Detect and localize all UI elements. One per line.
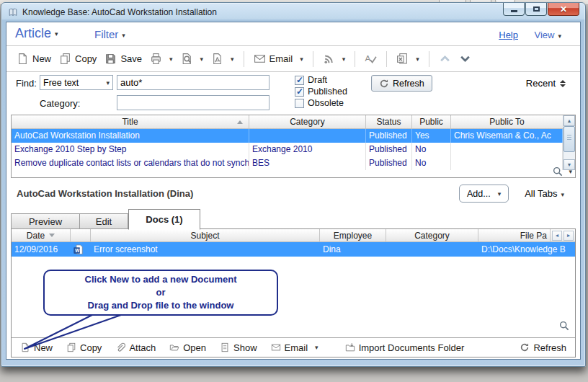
obsolete-checkbox[interactable]: Obsolete	[295, 97, 347, 109]
tab-preview[interactable]: Preview	[11, 213, 79, 229]
show-button[interactable]: Show	[218, 341, 259, 355]
maximize-button[interactable]	[525, 3, 547, 16]
toolbar-separator	[386, 51, 387, 67]
copy-icon	[66, 342, 76, 352]
docs-grid-header: Date Subject Employee Category File Pa ◂…	[12, 229, 575, 242]
column-header-doc-category[interactable]: Category	[386, 229, 478, 241]
word-document-icon	[71, 244, 91, 255]
draft-checkbox[interactable]: Draft	[295, 74, 347, 86]
column-header-public[interactable]: Public	[412, 115, 451, 128]
chevron-down-icon	[315, 344, 318, 351]
titlebar[interactable]: Knowledge Base: AutoCad Workstation Inst…	[1, 3, 585, 21]
import-documents-folder-button[interactable]: Import Documents Folder	[344, 341, 466, 355]
scroll-left-icon[interactable]: ◂	[552, 231, 562, 241]
column-header-status[interactable]: Status	[366, 115, 412, 128]
import-folder-icon	[345, 342, 355, 352]
refresh-button[interactable]: Refresh	[371, 75, 432, 92]
scroll-right-icon[interactable]: ▸	[564, 231, 574, 241]
recent-sort-control[interactable]: Recent	[526, 78, 566, 89]
close-button[interactable]: ✕	[548, 3, 579, 16]
new-article-button[interactable]: New	[15, 51, 53, 66]
grid-search-control[interactable]	[553, 166, 572, 177]
articles-grid-header: Title Category Status Public Public To	[12, 115, 563, 129]
chevron-down-icon	[55, 30, 58, 37]
column-header-filetype[interactable]	[71, 229, 91, 241]
toolbar-separator	[429, 51, 429, 67]
copy-article-button[interactable]: Copy	[58, 51, 98, 66]
email-icon	[271, 342, 281, 352]
category-input[interactable]	[117, 95, 270, 110]
find-type-dropdown[interactable]: Free text	[40, 75, 113, 90]
articles-grid: Title Category Status Public Public To A…	[11, 115, 576, 178]
column-header-employee[interactable]: Employee	[320, 229, 386, 241]
email-icon	[254, 53, 266, 65]
excel-icon	[396, 53, 409, 65]
article-row[interactable]: Exchange 2010 Step by Step Exchange 2010…	[12, 143, 563, 156]
add-button[interactable]: Add...	[459, 185, 509, 203]
scrollbar-thumb[interactable]	[564, 126, 575, 152]
rss-button[interactable]	[321, 51, 347, 66]
attach-button[interactable]: Attach	[114, 341, 157, 355]
column-header-subject[interactable]: Subject	[91, 229, 320, 241]
email-document-button[interactable]: Email	[270, 341, 320, 355]
vertical-scrollbar[interactable]: ▲ ▼	[563, 115, 575, 170]
paperclip-icon	[115, 342, 125, 352]
callout-line: or	[156, 286, 166, 299]
save-icon	[104, 53, 117, 65]
copy-document-button[interactable]: Copy	[65, 341, 103, 355]
article-row-selected[interactable]: AutoCad Workstation Installation Publish…	[12, 129, 563, 143]
refresh-documents-button[interactable]: Refresh	[518, 341, 568, 355]
pdf-icon	[211, 53, 223, 65]
menu-article[interactable]: Article	[15, 26, 58, 41]
new-page-icon	[20, 342, 30, 352]
docs-toolbar: New Copy Attach Open Show Email Import D…	[12, 337, 575, 357]
app-window: Knowledge Base: AutoCad Workstation Inst…	[1, 2, 586, 367]
save-button[interactable]: Save	[103, 51, 143, 66]
window-controls: ✕	[502, 3, 579, 16]
previous-button[interactable]	[437, 51, 453, 66]
minimize-icon	[511, 10, 517, 12]
sort-updown-icon	[560, 80, 566, 87]
menubar: Article Filter Help View	[6, 22, 580, 45]
callout-line: Drag and Drop file to the window	[88, 299, 234, 312]
open-button[interactable]: Open	[168, 341, 208, 355]
docs-search-control[interactable]	[559, 321, 569, 334]
published-checkbox[interactable]: Published	[295, 86, 347, 97]
pdf-button[interactable]	[210, 51, 236, 66]
chevron-down-icon	[498, 190, 502, 197]
chevron-down-icon	[342, 55, 346, 63]
all-tabs-dropdown[interactable]: All Tabs	[525, 188, 564, 199]
article-row[interactable]: Remove duplicate contact lists or calend…	[12, 156, 563, 170]
tab-edit[interactable]: Edit	[79, 213, 128, 229]
print-preview-button[interactable]	[179, 51, 205, 66]
chevron-down-icon	[558, 32, 561, 40]
checkbox-unchecked-icon	[295, 99, 304, 108]
printer-icon	[150, 53, 162, 65]
chevron-down-icon	[300, 55, 303, 63]
tab-docs[interactable]: Docs (1)	[128, 209, 200, 230]
column-header-title[interactable]: Title	[12, 115, 249, 128]
spellcheck-button[interactable]	[363, 51, 378, 66]
minimize-button[interactable]	[503, 3, 525, 16]
next-button[interactable]	[458, 51, 473, 66]
magnifier-icon	[553, 166, 563, 177]
menu-filter[interactable]: Filter	[94, 28, 125, 40]
column-header-file-path[interactable]: File Pa	[478, 229, 551, 241]
find-input[interactable]	[117, 75, 270, 90]
new-document-button[interactable]: New	[19, 341, 54, 355]
column-header-date[interactable]: Date	[12, 229, 71, 241]
header-scroll-arrows: ◂ ▸	[551, 229, 575, 241]
copy-icon	[59, 53, 71, 65]
column-header-public-to[interactable]: Public To	[451, 115, 563, 128]
checkbox-checked-icon	[295, 87, 304, 97]
document-row-selected[interactable]: 12/09/2016 Error screenshot Dina D:\Docs…	[12, 242, 575, 257]
print-button[interactable]	[148, 51, 174, 66]
help-link[interactable]: Help	[499, 30, 518, 40]
new-page-icon	[17, 53, 29, 65]
scroll-up-button[interactable]: ▲	[564, 115, 575, 126]
toolbar-separator	[355, 51, 355, 67]
export-excel-button[interactable]	[395, 51, 421, 66]
menu-view[interactable]: View	[535, 30, 561, 40]
column-header-category[interactable]: Category	[249, 115, 366, 128]
email-button[interactable]: Email	[252, 51, 305, 66]
